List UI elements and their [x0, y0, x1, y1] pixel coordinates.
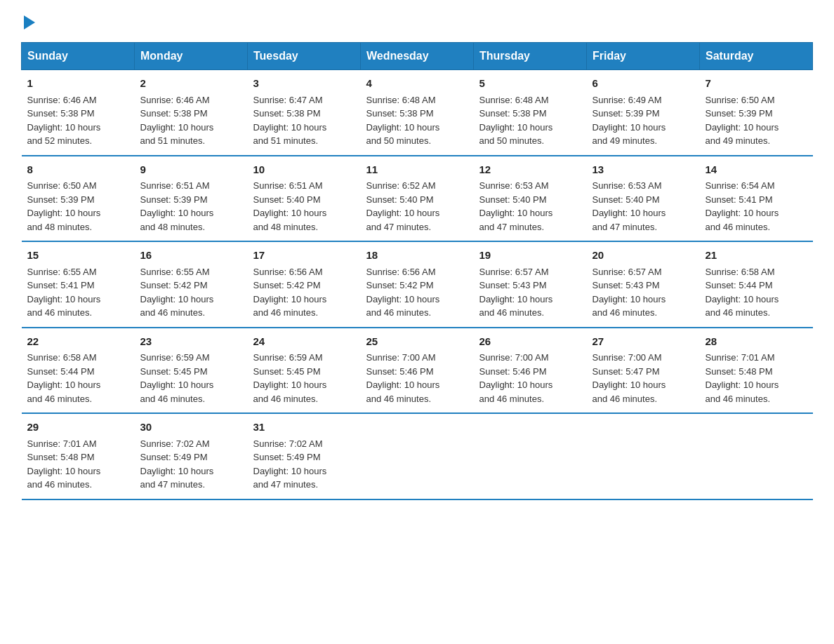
- logo-triangle-icon: [24, 15, 35, 29]
- day-number: 26: [479, 334, 581, 350]
- header-saturday: Saturday: [700, 43, 813, 70]
- day-number: 6: [593, 76, 694, 92]
- day-info: Sunrise: 6:58 AMSunset: 5:44 PMDaylight:…: [27, 352, 101, 404]
- calendar-cell: 5 Sunrise: 6:48 AMSunset: 5:38 PMDayligh…: [474, 70, 587, 156]
- calendar-cell: 25 Sunrise: 7:00 AMSunset: 5:46 PMDaylig…: [361, 328, 474, 414]
- calendar-cell: 11 Sunrise: 6:52 AMSunset: 5:40 PMDaylig…: [361, 156, 474, 242]
- calendar-table: SundayMondayTuesdayWednesdayThursdayFrid…: [21, 42, 813, 500]
- day-info: Sunrise: 6:57 AMSunset: 5:43 PMDaylight:…: [479, 267, 553, 318]
- calendar-cell: 24 Sunrise: 6:59 AMSunset: 5:45 PMDaylig…: [248, 328, 361, 414]
- day-info: Sunrise: 7:02 AMSunset: 5:49 PMDaylight:…: [140, 438, 214, 490]
- day-info: Sunrise: 6:46 AMSunset: 5:38 PMDaylight:…: [27, 95, 101, 147]
- day-info: Sunrise: 6:53 AMSunset: 5:40 PMDaylight:…: [593, 180, 666, 232]
- day-number: 11: [366, 162, 468, 178]
- calendar-cell: [700, 413, 813, 499]
- calendar-cell: 17 Sunrise: 6:56 AMSunset: 5:42 PMDaylig…: [248, 241, 361, 328]
- calendar-cell: 31 Sunrise: 7:02 AMSunset: 5:49 PMDaylig…: [248, 413, 361, 499]
- calendar-week-row: 15 Sunrise: 6:55 AMSunset: 5:41 PMDaylig…: [22, 241, 813, 328]
- page-header: [21, 14, 813, 28]
- day-info: Sunrise: 6:51 AMSunset: 5:40 PMDaylight:…: [253, 180, 327, 232]
- day-number: 13: [593, 162, 694, 178]
- calendar-cell: 7 Sunrise: 6:50 AMSunset: 5:39 PMDayligh…: [700, 70, 813, 156]
- calendar-cell: 9 Sunrise: 6:51 AMSunset: 5:39 PMDayligh…: [135, 156, 248, 242]
- header-sunday: Sunday: [22, 43, 135, 70]
- calendar-cell: 30 Sunrise: 7:02 AMSunset: 5:49 PMDaylig…: [135, 413, 248, 499]
- day-info: Sunrise: 6:48 AMSunset: 5:38 PMDaylight:…: [479, 95, 553, 147]
- day-info: Sunrise: 6:52 AMSunset: 5:40 PMDaylight:…: [366, 180, 440, 232]
- day-number: 19: [479, 248, 581, 264]
- day-info: Sunrise: 6:57 AMSunset: 5:43 PMDaylight:…: [593, 267, 666, 318]
- day-number: 22: [27, 334, 129, 350]
- day-number: 5: [479, 76, 581, 92]
- day-info: Sunrise: 7:01 AMSunset: 5:48 PMDaylight:…: [706, 352, 779, 404]
- day-number: 1: [27, 76, 129, 92]
- logo: [21, 14, 35, 28]
- calendar-cell: 6 Sunrise: 6:49 AMSunset: 5:39 PMDayligh…: [587, 70, 700, 156]
- day-number: 4: [366, 76, 468, 92]
- calendar-cell: 22 Sunrise: 6:58 AMSunset: 5:44 PMDaylig…: [22, 328, 135, 414]
- day-number: 2: [140, 76, 242, 92]
- day-info: Sunrise: 6:58 AMSunset: 5:44 PMDaylight:…: [706, 267, 779, 318]
- day-number: 8: [27, 162, 129, 178]
- header-friday: Friday: [587, 43, 700, 70]
- header-wednesday: Wednesday: [361, 43, 474, 70]
- calendar-cell: 1 Sunrise: 6:46 AMSunset: 5:38 PMDayligh…: [22, 70, 135, 156]
- calendar-cell: 12 Sunrise: 6:53 AMSunset: 5:40 PMDaylig…: [474, 156, 587, 242]
- calendar-cell: 27 Sunrise: 7:00 AMSunset: 5:47 PMDaylig…: [587, 328, 700, 414]
- calendar-cell: 15 Sunrise: 6:55 AMSunset: 5:41 PMDaylig…: [22, 241, 135, 328]
- calendar-cell: 23 Sunrise: 6:59 AMSunset: 5:45 PMDaylig…: [135, 328, 248, 414]
- calendar-cell: 4 Sunrise: 6:48 AMSunset: 5:38 PMDayligh…: [361, 70, 474, 156]
- calendar-cell: 28 Sunrise: 7:01 AMSunset: 5:48 PMDaylig…: [700, 328, 813, 414]
- calendar-cell: 19 Sunrise: 6:57 AMSunset: 5:43 PMDaylig…: [474, 241, 587, 328]
- header-tuesday: Tuesday: [248, 43, 361, 70]
- day-number: 27: [593, 334, 694, 350]
- day-info: Sunrise: 7:02 AMSunset: 5:49 PMDaylight:…: [253, 438, 327, 490]
- calendar-cell: 2 Sunrise: 6:46 AMSunset: 5:38 PMDayligh…: [135, 70, 248, 156]
- day-info: Sunrise: 6:56 AMSunset: 5:42 PMDaylight:…: [366, 267, 440, 318]
- day-info: Sunrise: 6:59 AMSunset: 5:45 PMDaylight:…: [140, 352, 214, 404]
- day-number: 7: [706, 76, 807, 92]
- calendar-week-row: 22 Sunrise: 6:58 AMSunset: 5:44 PMDaylig…: [22, 328, 813, 414]
- day-number: 10: [253, 162, 355, 178]
- calendar-week-row: 1 Sunrise: 6:46 AMSunset: 5:38 PMDayligh…: [22, 70, 813, 156]
- calendar-cell: 18 Sunrise: 6:56 AMSunset: 5:42 PMDaylig…: [361, 241, 474, 328]
- calendar-cell: [587, 413, 700, 499]
- calendar-cell: 26 Sunrise: 7:00 AMSunset: 5:46 PMDaylig…: [474, 328, 587, 414]
- day-info: Sunrise: 6:59 AMSunset: 5:45 PMDaylight:…: [253, 352, 327, 404]
- day-number: 25: [366, 334, 468, 350]
- header-monday: Monday: [135, 43, 248, 70]
- calendar-cell: 16 Sunrise: 6:55 AMSunset: 5:42 PMDaylig…: [135, 241, 248, 328]
- day-number: 31: [253, 420, 355, 436]
- header-thursday: Thursday: [474, 43, 587, 70]
- day-info: Sunrise: 6:49 AMSunset: 5:39 PMDaylight:…: [593, 95, 666, 147]
- calendar-header-row: SundayMondayTuesdayWednesdayThursdayFrid…: [22, 43, 813, 70]
- day-info: Sunrise: 6:46 AMSunset: 5:38 PMDaylight:…: [140, 95, 214, 147]
- calendar-week-row: 29 Sunrise: 7:01 AMSunset: 5:48 PMDaylig…: [22, 413, 813, 499]
- day-info: Sunrise: 6:50 AMSunset: 5:39 PMDaylight:…: [706, 95, 779, 147]
- day-number: 15: [27, 248, 129, 264]
- day-number: 14: [706, 162, 807, 178]
- day-number: 16: [140, 248, 242, 264]
- day-info: Sunrise: 7:01 AMSunset: 5:48 PMDaylight:…: [27, 438, 101, 490]
- day-info: Sunrise: 6:47 AMSunset: 5:38 PMDaylight:…: [253, 95, 327, 147]
- day-number: 29: [27, 420, 129, 436]
- calendar-cell: 3 Sunrise: 6:47 AMSunset: 5:38 PMDayligh…: [248, 70, 361, 156]
- day-info: Sunrise: 6:48 AMSunset: 5:38 PMDaylight:…: [366, 95, 440, 147]
- day-info: Sunrise: 6:55 AMSunset: 5:41 PMDaylight:…: [27, 267, 101, 318]
- day-number: 17: [253, 248, 355, 264]
- calendar-cell: 14 Sunrise: 6:54 AMSunset: 5:41 PMDaylig…: [700, 156, 813, 242]
- day-info: Sunrise: 6:56 AMSunset: 5:42 PMDaylight:…: [253, 267, 327, 318]
- day-number: 3: [253, 76, 355, 92]
- day-number: 21: [706, 248, 807, 264]
- calendar-cell: 21 Sunrise: 6:58 AMSunset: 5:44 PMDaylig…: [700, 241, 813, 328]
- calendar-cell: 29 Sunrise: 7:01 AMSunset: 5:48 PMDaylig…: [22, 413, 135, 499]
- calendar-cell: 13 Sunrise: 6:53 AMSunset: 5:40 PMDaylig…: [587, 156, 700, 242]
- day-number: 23: [140, 334, 242, 350]
- day-number: 20: [593, 248, 694, 264]
- calendar-cell: 20 Sunrise: 6:57 AMSunset: 5:43 PMDaylig…: [587, 241, 700, 328]
- day-info: Sunrise: 6:51 AMSunset: 5:39 PMDaylight:…: [140, 180, 214, 232]
- day-info: Sunrise: 6:55 AMSunset: 5:42 PMDaylight:…: [140, 267, 214, 318]
- day-info: Sunrise: 7:00 AMSunset: 5:46 PMDaylight:…: [479, 352, 553, 404]
- day-number: 24: [253, 334, 355, 350]
- day-info: Sunrise: 6:53 AMSunset: 5:40 PMDaylight:…: [479, 180, 553, 232]
